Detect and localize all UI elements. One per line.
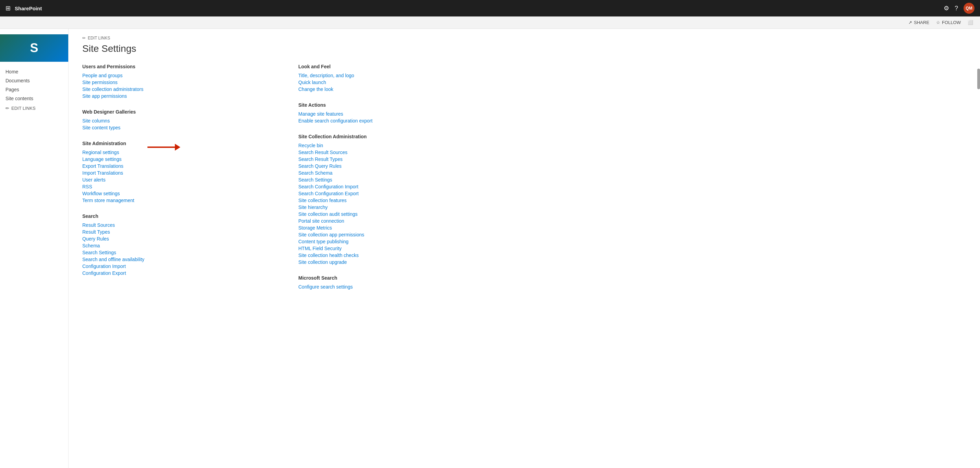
link-search-result-types[interactable]: Search Result Types xyxy=(298,156,494,163)
focus-icon: ⬜ xyxy=(968,20,973,25)
link-site-hierarchy[interactable]: Site hierarchy xyxy=(298,204,494,211)
star-icon: ☆ xyxy=(936,20,940,25)
section-look-feel: Look and Feel Title, description, and lo… xyxy=(298,64,494,93)
link-people-groups[interactable]: People and groups xyxy=(82,72,278,79)
link-workflow-settings[interactable]: Workflow settings xyxy=(82,190,278,197)
arrow-line xyxy=(148,147,175,148)
share-icon: ↗ xyxy=(908,20,912,25)
section-users-permissions-title: Users and Permissions xyxy=(82,64,278,69)
link-import-translations[interactable]: Import Translations xyxy=(82,169,278,176)
section-site-collection-admin-title: Site Collection Administration xyxy=(298,134,494,139)
follow-button[interactable]: ☆ FOLLOW xyxy=(936,20,961,25)
link-search-settings-col[interactable]: Search Settings xyxy=(298,176,494,183)
link-search-config-export[interactable]: Search Configuration Export xyxy=(298,190,494,197)
arrow-annotation xyxy=(148,144,180,151)
sidebar-item-pages[interactable]: Pages xyxy=(5,85,63,94)
link-enable-search-config-export[interactable]: Enable search configuration export xyxy=(298,117,494,124)
main-layout: S Home Documents Pages Site contents ✏ E… xyxy=(0,29,980,468)
link-storage-metrics[interactable]: Storage Metrics xyxy=(298,224,494,231)
link-rss[interactable]: RSS xyxy=(82,183,278,190)
section-site-actions-title: Site Actions xyxy=(298,102,494,108)
sidebar: S Home Documents Pages Site contents ✏ E… xyxy=(0,29,68,468)
link-content-type-publishing[interactable]: Content type publishing xyxy=(298,238,494,245)
link-site-collection-app-permissions[interactable]: Site collection app permissions xyxy=(298,231,494,238)
link-site-collection-audit[interactable]: Site collection audit settings xyxy=(298,211,494,217)
settings-grid: Users and Permissions People and groups … xyxy=(82,64,494,300)
link-html-field-security[interactable]: HTML Field Security xyxy=(298,245,494,252)
site-logo: S xyxy=(0,34,68,62)
sidebar-item-home[interactable]: Home xyxy=(5,67,63,76)
link-change-look[interactable]: Change the look xyxy=(298,86,494,93)
pencil-icon: ✏ xyxy=(5,106,9,111)
site-logo-letter: S xyxy=(30,41,38,55)
link-export-translations[interactable]: Export Translations xyxy=(82,163,278,169)
link-portal-site-connection[interactable]: Portal site connection xyxy=(298,217,494,224)
link-search-settings[interactable]: Search Settings xyxy=(82,249,278,256)
edit-links-top[interactable]: ✏ EDIT LINKS xyxy=(82,36,966,40)
link-site-collection-health[interactable]: Site collection health checks xyxy=(298,252,494,259)
link-search-config-import[interactable]: Search Configuration Import xyxy=(298,183,494,190)
scrollbar[interactable] xyxy=(977,69,980,89)
section-site-collection-admin: Site Collection Administration Recycle b… xyxy=(298,134,494,265)
settings-icon[interactable]: ⚙ xyxy=(943,5,949,12)
avatar[interactable]: QM xyxy=(964,3,975,14)
share-button[interactable]: ↗ SHARE xyxy=(908,20,929,25)
link-title-desc-logo[interactable]: Title, description, and logo xyxy=(298,72,494,79)
settings-left-column: Users and Permissions People and groups … xyxy=(82,64,278,300)
link-search-offline[interactable]: Search and offline availability xyxy=(82,256,278,263)
section-search: Search Result Sources Result Types Query… xyxy=(82,213,278,276)
section-microsoft-search-title: Microsoft Search xyxy=(298,275,494,281)
sidebar-edit-links[interactable]: ✏ EDIT LINKS xyxy=(0,103,68,113)
link-site-collection-admins[interactable]: Site collection administrators xyxy=(82,86,278,93)
link-quick-launch[interactable]: Quick launch xyxy=(298,79,494,86)
link-user-alerts[interactable]: User alerts xyxy=(82,176,278,183)
pencil-icon-top: ✏ xyxy=(82,36,86,40)
settings-right-column: Look and Feel Title, description, and lo… xyxy=(298,64,494,300)
link-recycle-bin[interactable]: Recycle bin xyxy=(298,142,494,149)
follow-label: FOLLOW xyxy=(942,20,961,25)
link-config-import[interactable]: Configuration Import xyxy=(82,263,278,270)
link-site-columns[interactable]: Site columns xyxy=(82,117,278,124)
link-site-app-permissions[interactable]: Site app permissions xyxy=(82,93,278,99)
sidebar-nav: Home Documents Pages Site contents xyxy=(0,67,68,103)
section-search-title: Search xyxy=(82,213,278,219)
link-configure-search-settings[interactable]: Configure search settings xyxy=(298,283,494,290)
link-site-permissions[interactable]: Site permissions xyxy=(82,79,278,86)
link-site-content-types[interactable]: Site content types xyxy=(82,124,278,131)
app-name: SharePoint xyxy=(15,5,42,11)
section-site-actions: Site Actions Manage site features Enable… xyxy=(298,102,494,124)
sidebar-item-documents[interactable]: Documents xyxy=(5,76,63,85)
link-result-types[interactable]: Result Types xyxy=(82,228,278,235)
section-web-designer-galleries: Web Designer Galleries Site columns Site… xyxy=(82,109,278,131)
link-language-settings[interactable]: Language settings xyxy=(82,156,278,163)
link-term-store-management[interactable]: Term store management xyxy=(82,197,278,204)
link-search-schema[interactable]: Search Schema xyxy=(298,169,494,176)
sidebar-edit-links-label: EDIT LINKS xyxy=(11,106,36,111)
section-users-permissions: Users and Permissions People and groups … xyxy=(82,64,278,99)
link-manage-site-features[interactable]: Manage site features xyxy=(298,110,494,117)
sidebar-item-site-contents[interactable]: Site contents xyxy=(5,94,63,103)
help-icon[interactable]: ? xyxy=(955,5,958,12)
top-navigation: ⊞ SharePoint ⚙ ? QM xyxy=(0,0,980,16)
link-query-rules[interactable]: Query Rules xyxy=(82,235,278,242)
edit-links-top-label: EDIT LINKS xyxy=(88,36,110,40)
link-search-query-rules[interactable]: Search Query Rules xyxy=(298,163,494,169)
content-area: ✏ EDIT LINKS Site Settings Users and Per… xyxy=(68,29,980,468)
link-result-sources[interactable]: Result Sources xyxy=(82,222,278,228)
page-title: Site Settings xyxy=(82,43,966,54)
link-site-collection-upgrade[interactable]: Site collection upgrade xyxy=(298,259,494,265)
section-microsoft-search: Microsoft Search Configure search settin… xyxy=(298,275,494,290)
arrow-head xyxy=(175,144,180,151)
share-label: SHARE xyxy=(914,20,929,25)
section-look-feel-title: Look and Feel xyxy=(298,64,494,69)
section-web-designer-title: Web Designer Galleries xyxy=(82,109,278,115)
link-site-collection-features[interactable]: Site collection features xyxy=(298,197,494,204)
link-config-export[interactable]: Configuration Export xyxy=(82,270,278,276)
waffle-menu-button[interactable]: ⊞ xyxy=(5,5,11,12)
focus-button[interactable]: ⬜ xyxy=(968,20,973,25)
link-search-result-sources[interactable]: Search Result Sources xyxy=(298,149,494,156)
link-schema[interactable]: Schema xyxy=(82,242,278,249)
sub-navigation: ↗ SHARE ☆ FOLLOW ⬜ xyxy=(0,16,980,29)
